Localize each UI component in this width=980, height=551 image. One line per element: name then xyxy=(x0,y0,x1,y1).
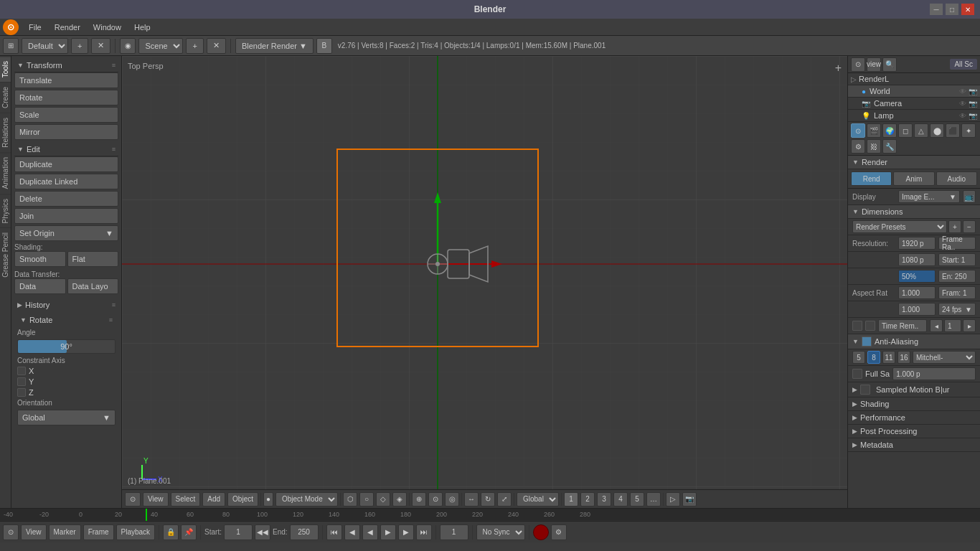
edit-options[interactable]: ≡ xyxy=(112,146,116,153)
menu-file[interactable]: File xyxy=(23,22,47,33)
x-checkbox[interactable] xyxy=(17,367,26,375)
aa-5[interactable]: 5 xyxy=(852,351,865,364)
global-select[interactable]: Global xyxy=(517,492,559,507)
sampled-motion-section[interactable]: ▶ Sampled Motion B|ur xyxy=(848,382,980,397)
percent-field[interactable]: 50% xyxy=(898,270,936,283)
remove-scene-button[interactable]: ✕ xyxy=(207,38,226,54)
aa-section-header[interactable]: ▼ Anti-Aliasing xyxy=(848,334,980,349)
aspect-x[interactable]: 1.000 xyxy=(898,286,936,299)
post-processing-section[interactable]: ▶ Post Processing xyxy=(848,425,980,438)
menu-render[interactable]: Render xyxy=(49,22,86,33)
search-button[interactable]: 🔍 xyxy=(882,57,897,72)
vtab-relations[interactable]: Relations xyxy=(0,113,11,152)
restore-button[interactable]: □ xyxy=(946,4,958,15)
scale-button[interactable]: Scale xyxy=(14,107,118,123)
transform-options[interactable]: ≡ xyxy=(112,62,116,69)
resolution-width[interactable]: 1920 p xyxy=(898,237,936,250)
renderlayer-item[interactable]: ▷ RenderL xyxy=(848,73,980,85)
full-sample-value[interactable]: 1.000 p xyxy=(892,367,976,380)
minimize-button[interactable]: ─ xyxy=(930,4,943,15)
select-menu-button[interactable]: Select xyxy=(171,492,201,507)
camera-eye2[interactable]: 📷 xyxy=(969,100,977,108)
scene-prop-icon[interactable]: 🎬 xyxy=(867,123,881,138)
frame-next-btn[interactable]: ▸ xyxy=(963,319,976,332)
play-back-icon[interactable]: ◀ xyxy=(362,524,378,540)
texture-prop-icon[interactable]: ⬛ xyxy=(946,123,960,138)
layer-4[interactable]: 4 xyxy=(613,492,628,507)
close-button[interactable]: ✕ xyxy=(961,4,974,15)
aa-filter-select[interactable]: Mitchell- xyxy=(913,351,976,364)
window-controls[interactable]: ─ □ ✕ xyxy=(930,4,974,15)
jump-start-icon[interactable]: ⏮ xyxy=(326,524,342,540)
viewport-shading-icon[interactable]: ⬡ xyxy=(343,492,357,507)
menu-help[interactable]: Help xyxy=(128,22,156,33)
render-tab-rend[interactable]: Rend xyxy=(851,171,892,186)
start-frame-input[interactable] xyxy=(224,524,253,540)
vtab-create[interactable]: Create xyxy=(0,82,11,113)
render-section-header[interactable]: ▼ Render xyxy=(848,156,980,169)
aa-8[interactable]: 8 xyxy=(867,351,880,364)
fps-field[interactable]: 24 fps ▼ xyxy=(938,303,976,316)
metadata-section[interactable]: ▶ Metadata xyxy=(848,438,980,452)
mesh-prop-icon[interactable]: △ xyxy=(914,123,928,138)
play-icon[interactable]: ▶ xyxy=(380,524,396,540)
current-frame-val[interactable]: 1 xyxy=(944,319,961,332)
aspect-y[interactable]: 1.000 xyxy=(898,303,936,316)
step-back-icon[interactable]: ◀ xyxy=(344,524,360,540)
transform-icon[interactable]: ↔ xyxy=(464,492,479,507)
duplicate-linked-button[interactable]: Duplicate Linked xyxy=(14,174,118,189)
lock-icon[interactable]: 🔒 xyxy=(163,524,179,540)
viewport-solid-icon[interactable]: ○ xyxy=(359,492,374,507)
mirror-button[interactable]: Mirror xyxy=(14,124,118,140)
render-tab-audio[interactable]: Audio xyxy=(936,171,977,186)
lamp-eye[interactable]: 👁 xyxy=(959,112,966,120)
outliner-view-icon[interactable]: ⊙ xyxy=(851,57,865,72)
set-origin-dropdown[interactable]: Set Origin ▼ xyxy=(14,225,118,241)
vtab-tools[interactable]: Tools xyxy=(0,56,11,82)
scene-select[interactable]: Scene xyxy=(138,38,183,54)
world-item[interactable]: ● World 👁 📷 xyxy=(848,85,980,98)
layer-2[interactable]: 2 xyxy=(580,492,595,507)
prev-end-icon[interactable]: ◀◀ xyxy=(255,524,270,540)
snap-icon[interactable]: ⊙ xyxy=(428,492,443,507)
display-icon[interactable]: 📺 xyxy=(963,190,976,203)
render-tab-anim[interactable]: Anim xyxy=(893,171,934,186)
fps-checkbox[interactable] xyxy=(852,321,862,331)
translate-button[interactable]: Translate xyxy=(14,72,118,88)
y-checkbox[interactable] xyxy=(17,377,26,386)
object-menu-button[interactable]: Object xyxy=(227,492,258,507)
remove-layout-button[interactable]: ✕ xyxy=(91,38,110,54)
view-button[interactable]: view xyxy=(867,57,881,72)
rotate-button[interactable]: Rotate xyxy=(14,90,118,105)
world-prop-icon[interactable]: 🌍 xyxy=(882,123,897,138)
viewport-editor-icon[interactable]: ⊙ xyxy=(125,492,141,507)
vtab-physics[interactable]: Physics xyxy=(0,194,11,227)
render-presets-select[interactable]: Render Presets xyxy=(852,220,947,233)
vtab-grease-pencil[interactable]: Grease Pencil xyxy=(0,227,11,282)
all-scenes-button[interactable]: All Sc xyxy=(950,59,977,70)
camera-eye[interactable]: 👁 xyxy=(959,100,966,108)
camera-icon[interactable]: 📷 xyxy=(682,492,697,507)
menu-window[interactable]: Window xyxy=(88,22,127,33)
marker-button[interactable]: Marker xyxy=(49,524,81,540)
particles-prop-icon[interactable]: ✦ xyxy=(961,123,976,138)
view-button-bottom[interactable]: View xyxy=(21,524,47,540)
physics-prop-icon[interactable]: ⚙ xyxy=(851,139,865,154)
add-preset-button[interactable]: + xyxy=(948,220,961,233)
layer-5[interactable]: 5 xyxy=(630,492,644,507)
timeline-editor-icon[interactable]: ⊙ xyxy=(3,524,19,540)
history-header[interactable]: ▶ History ≡ xyxy=(14,298,118,311)
add-layout-button[interactable]: + xyxy=(71,38,88,54)
layout-select[interactable]: Default xyxy=(22,38,68,54)
edit-header[interactable]: ▼ Edit ≡ xyxy=(14,143,118,156)
join-button[interactable]: Join xyxy=(14,208,118,224)
view-menu-button[interactable]: View xyxy=(143,492,169,507)
current-frame-input[interactable] xyxy=(440,524,468,540)
smooth-button[interactable]: Smooth xyxy=(14,251,66,267)
rotate-icon[interactable]: ↻ xyxy=(481,492,495,507)
performance-section[interactable]: ▶ Performance xyxy=(848,411,980,425)
scene-icon[interactable]: ◉ xyxy=(120,38,136,54)
aa-checkbox[interactable] xyxy=(862,336,872,347)
rotate-section-header[interactable]: ▼ Rotate ≡ xyxy=(17,314,116,326)
data-layo-button[interactable]: Data Layo xyxy=(67,278,119,294)
